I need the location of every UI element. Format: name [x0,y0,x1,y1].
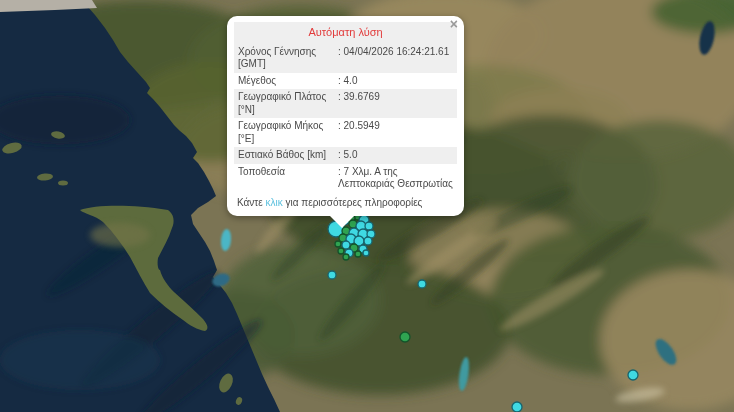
info-row: Εστιακό Βάθος [km] : 5.0 [234,147,457,164]
info-row-value: : 04/04/2026 16:24:21.61 [338,46,453,71]
info-row-value: : 7 Χλμ. Α της Λεπτοκαριάς Θεσπρωτίας [338,166,453,191]
info-row: Χρόνος Γέννησης [GMT] : 04/04/2026 16:24… [234,44,457,73]
popup-footer: Κάντε κλικ για περισσότερες πληροφορίες [234,193,457,214]
info-row-label: Μέγεθος [238,75,338,88]
earthquake-marker[interactable] [335,241,341,247]
info-row-label: Γεωγραφικό Πλάτος [°N] [238,91,338,116]
footer-text-suffix: για περισσότερες πληροφορίες [283,197,423,208]
info-row-label: Τοποθεσία [238,166,338,191]
earthquake-marker[interactable] [364,237,372,245]
earthquake-marker[interactable] [338,248,344,254]
info-row-value: : 39.6769 [338,91,453,116]
earthquake-marker[interactable] [365,222,373,230]
footer-text-prefix: Κάντε [237,197,266,208]
earthquake-marker[interactable] [342,241,350,249]
info-row-value: : 20.5949 [338,120,453,145]
earthquake-marker[interactable] [400,332,410,342]
earthquake-marker[interactable] [328,271,336,279]
close-icon[interactable]: × [450,17,458,31]
earthquake-marker[interactable] [628,370,638,380]
earthquake-marker[interactable] [363,250,369,256]
corfu-terrain [90,223,150,247]
earthquake-marker[interactable] [418,280,426,288]
popup-tail [329,215,355,228]
info-row-label: Γεωγραφικό Μήκος [°E] [238,120,338,145]
earthquake-info-popup: × Αυτόματη λύση Χρόνος Γέννησης [GMT] : … [227,16,464,216]
earthquake-marker[interactable] [355,251,361,257]
info-row-label: Εστιακό Βάθος [km] [238,149,338,162]
earthquake-marker[interactable] [512,402,522,412]
info-row: Γεωγραφικό Πλάτος [°N] : 39.6769 [234,89,457,118]
info-row-value: : 4.0 [338,75,453,88]
info-row-value: : 5.0 [338,149,453,162]
info-row: Γεωγραφικό Μήκος [°E] : 20.5949 [234,118,457,147]
popup-title: Αυτόματη λύση [234,22,457,44]
info-row: Τοποθεσία : 7 Χλμ. Α της Λεπτοκαριάς Θεσ… [234,164,457,193]
popup-rows: Χρόνος Γέννησης [GMT] : 04/04/2026 16:24… [234,44,457,193]
more-info-link[interactable]: κλικ [266,197,283,208]
earthquake-marker[interactable] [343,254,349,260]
info-row: Μέγεθος : 4.0 [234,73,457,90]
info-row-label: Χρόνος Γέννησης [GMT] [238,46,338,71]
